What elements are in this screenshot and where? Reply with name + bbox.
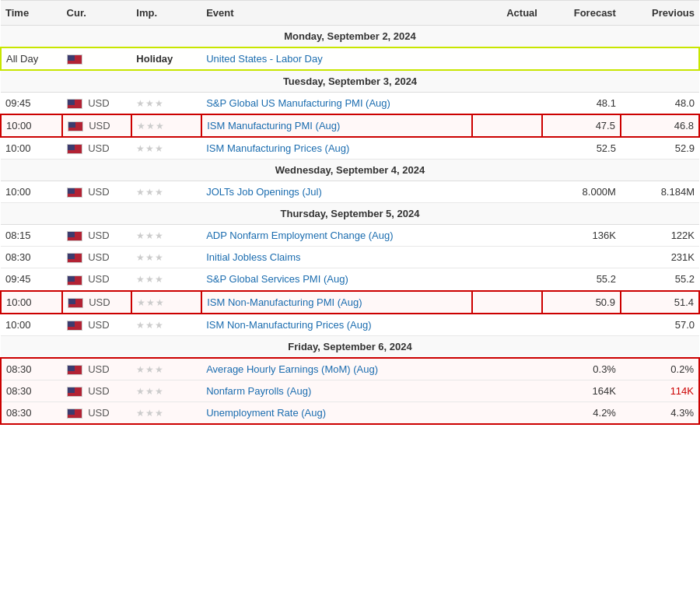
- event-link[interactable]: ISM Manufacturing Prices (Aug): [206, 142, 349, 154]
- day-header-row: Tuesday, September 3, 2024: [1, 70, 699, 93]
- table-row: 08:15 USD ★★★ ADP Nonfarm Employment Cha…: [1, 225, 699, 247]
- header-importance: Imp.: [131, 1, 201, 26]
- event-name[interactable]: JOLTs Job Openings (Jul): [201, 181, 472, 203]
- table-row: 08:30 USD ★★★ Initial Jobless Claims 231…: [1, 247, 699, 268]
- event-link[interactable]: Average Hourly Earnings (MoM) (Aug): [206, 363, 378, 375]
- event-previous: 122K: [621, 225, 699, 247]
- header-forecast: Forecast: [542, 1, 621, 26]
- event-name[interactable]: Initial Jobless Claims: [201, 247, 472, 268]
- table-row: 09:45 USD ★★★ S&P Global Services PMI (A…: [1, 268, 699, 291]
- flag-icon: [67, 54, 82, 65]
- event-name[interactable]: S&P Global Services PMI (Aug): [201, 268, 472, 291]
- event-name[interactable]: Nonfarm Payrolls (Aug): [201, 380, 472, 401]
- event-link[interactable]: ISM Non-Manufacturing PMI (Aug): [207, 296, 362, 308]
- event-forecast: 47.5: [542, 114, 621, 137]
- event-time: 10:00: [1, 314, 62, 336]
- event-link[interactable]: ISM Non-Manufacturing Prices (Aug): [206, 319, 371, 331]
- event-name[interactable]: ISM Manufacturing PMI (Aug): [201, 114, 472, 137]
- table-row: 10:00 USD ★★★ ISM Manufacturing PMI (Aug…: [1, 114, 699, 137]
- event-name[interactable]: Unemployment Rate (Aug): [201, 401, 472, 424]
- currency-code: USD: [88, 407, 109, 419]
- importance-stars: ★★★: [136, 364, 164, 375]
- event-currency: USD: [62, 93, 132, 115]
- event-link[interactable]: JOLTs Job Openings (Jul): [206, 186, 322, 198]
- event-actual: [472, 247, 542, 268]
- flag-icon: [67, 99, 82, 109]
- event-name[interactable]: ADP Nonfarm Employment Change (Aug): [201, 225, 472, 247]
- flag-icon: [67, 321, 82, 331]
- event-link[interactable]: ADP Nonfarm Employment Change (Aug): [206, 230, 393, 241]
- event-time: 09:45: [1, 268, 62, 291]
- importance-stars: ★★★: [136, 274, 164, 285]
- event-previous: 55.2: [621, 268, 699, 291]
- event-link[interactable]: S&P Global US Manufacturing PMI (Aug): [206, 97, 390, 109]
- flag-icon: [67, 365, 82, 375]
- event-link[interactable]: Initial Jobless Claims: [206, 251, 300, 263]
- event-link[interactable]: Unemployment Rate (Aug): [206, 407, 326, 419]
- event-importance: ★★★: [131, 380, 201, 401]
- day-header-row: Friday, September 6, 2024: [1, 335, 699, 358]
- table-row: 10:00 USD ★★★ ISM Manufacturing Prices (…: [1, 137, 699, 160]
- event-importance: ★★★: [131, 314, 201, 336]
- importance-stars: ★★★: [136, 252, 164, 263]
- event-actual: [472, 93, 542, 115]
- event-link[interactable]: Nonfarm Payrolls (Aug): [206, 385, 311, 397]
- event-importance: ★★★: [131, 268, 201, 291]
- event-currency: USD: [62, 268, 132, 291]
- event-name[interactable]: S&P Global US Manufacturing PMI (Aug): [201, 93, 472, 115]
- importance-stars: ★★★: [137, 297, 165, 308]
- event-link[interactable]: ISM Manufacturing PMI (Aug): [207, 120, 340, 131]
- day-label: Tuesday, September 3, 2024: [1, 70, 699, 93]
- event-actual: [472, 401, 542, 424]
- table-row: 08:30 USD ★★★ Nonfarm Payrolls (Aug) 164…: [1, 380, 699, 401]
- event-time: 08:30: [1, 247, 62, 268]
- event-currency: [62, 47, 132, 70]
- event-actual: [472, 314, 542, 336]
- flag-icon: [68, 121, 83, 131]
- event-actual: [472, 291, 542, 314]
- event-previous: 114K: [621, 380, 699, 401]
- economic-calendar-table: Time Cur. Imp. Event Actual Forecast Pre…: [0, 0, 700, 425]
- importance-stars: ★★★: [136, 408, 164, 419]
- event-previous: 52.9: [621, 137, 699, 160]
- event-previous: 57.0: [621, 314, 699, 336]
- importance-stars: ★★★: [136, 98, 164, 109]
- header-currency: Cur.: [62, 1, 132, 26]
- flag-icon: [68, 298, 83, 308]
- event-link[interactable]: S&P Global Services PMI (Aug): [206, 273, 348, 285]
- event-time: 10:00: [1, 181, 62, 203]
- currency-code: USD: [88, 186, 109, 198]
- event-name[interactable]: Average Hourly Earnings (MoM) (Aug): [201, 358, 472, 380]
- event-name[interactable]: United States - Labor Day: [201, 47, 472, 70]
- event-actual: [472, 181, 542, 203]
- event-forecast: 48.1: [542, 93, 621, 115]
- event-currency: USD: [62, 181, 132, 203]
- event-forecast: 136K: [542, 225, 621, 247]
- event-forecast: 52.5: [542, 137, 621, 160]
- event-importance: ★★★: [131, 93, 201, 115]
- table-row: 10:00 USD ★★★ ISM Non-Manufacturing PMI …: [1, 291, 699, 314]
- event-importance: ★★★: [131, 225, 201, 247]
- currency-code: USD: [89, 120, 110, 131]
- event-previous: 48.0: [621, 93, 699, 115]
- importance-stars: ★★★: [136, 386, 164, 397]
- event-importance: ★★★: [131, 137, 201, 160]
- event-importance: ★★★: [131, 181, 201, 203]
- event-time: 10:00: [1, 114, 62, 137]
- event-actual: [472, 380, 542, 401]
- event-actual: [472, 268, 542, 291]
- event-forecast: 0.3%: [542, 358, 621, 380]
- table-row: 09:45 USD ★★★ S&P Global US Manufacturin…: [1, 93, 699, 115]
- currency-code: USD: [88, 97, 109, 109]
- header-time: Time: [1, 1, 62, 26]
- event-name[interactable]: ISM Manufacturing Prices (Aug): [201, 137, 472, 160]
- event-name[interactable]: ISM Non-Manufacturing Prices (Aug): [201, 314, 472, 336]
- flag-icon: [67, 188, 82, 198]
- day-label: Thursday, September 5, 2024: [1, 203, 699, 225]
- event-actual: [472, 358, 542, 380]
- event-name[interactable]: ISM Non-Manufacturing PMI (Aug): [201, 291, 472, 314]
- event-previous: 46.8: [621, 114, 699, 137]
- event-forecast: 8.000M: [542, 181, 621, 203]
- event-forecast: [542, 247, 621, 268]
- event-link[interactable]: United States - Labor Day: [206, 53, 323, 65]
